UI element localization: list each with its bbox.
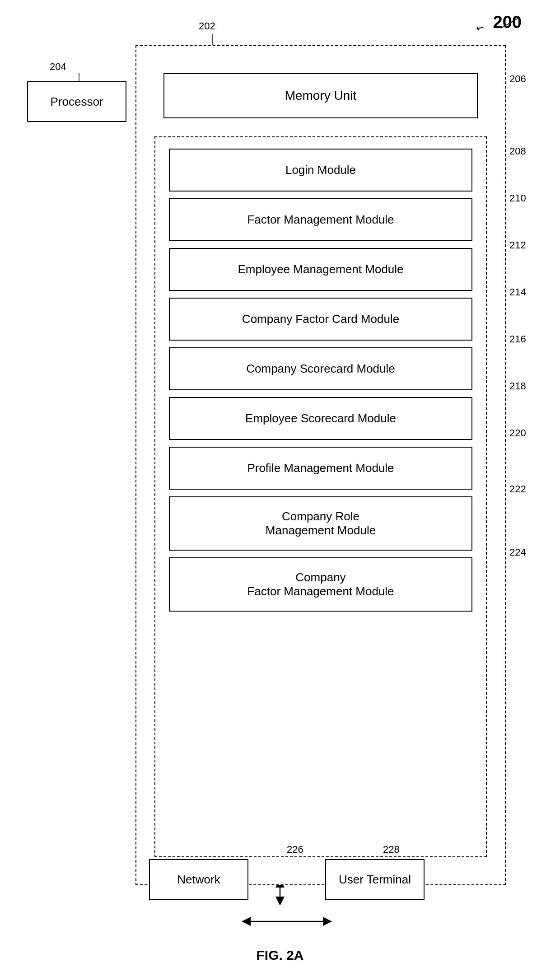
ref-224: 224 [509,547,526,558]
employee-scorecard-module-label: Employee Scorecard Module [245,411,396,425]
login-module-label: Login Module [285,163,356,177]
figure-number: 200 [493,13,522,32]
memory-unit-label: Memory Unit [285,89,357,103]
svg-marker-15 [275,897,285,906]
profile-mgmt-module-box: Profile Management Module [169,447,472,490]
processor-label: Processor [50,95,103,109]
ref-216: 216 [509,333,526,345]
factor-mgmt-module-label: Factor Management Module [247,213,394,227]
ref-226: 226 [287,844,303,855]
ref-214: 214 [509,286,526,298]
company-factor-mgmt-module-box: Company Factor Management Module [169,557,472,612]
main-dashed-box: Memory Unit Login Module Factor Manageme… [135,45,506,885]
processor-box: Processor [27,81,126,122]
factor-mgmt-module-box: Factor Management Module [169,198,472,241]
fig-caption: FIG. 2A [256,948,303,963]
network-label: Network [177,873,220,887]
svg-marker-19 [242,917,251,926]
network-box: Network [149,859,248,900]
company-factor-card-module-box: Company Factor Card Module [169,298,472,341]
ref-210: 210 [509,192,526,204]
company-scorecard-module-label: Company Scorecard Module [246,362,395,376]
company-scorecard-module-box: Company Scorecard Module [169,347,472,390]
ref-222: 222 [509,483,526,495]
ref-202: 202 [199,20,215,32]
diagram-container: 200 ↙ 202 204 Processor Memory Unit Logi… [0,0,560,972]
ref-220: 220 [509,427,526,439]
company-role-mgmt-module-box: Company Role Management Module [169,496,472,551]
login-module-box: Login Module [169,149,472,192]
user-terminal-box: User Terminal [325,859,425,900]
figure-arrow: ↙ [474,20,487,35]
ref-212: 212 [509,239,526,251]
company-factor-card-module-label: Company Factor Card Module [242,312,399,326]
ref-228: 228 [383,844,400,855]
employee-scorecard-module-box: Employee Scorecard Module [169,397,472,440]
ref-206: 206 [509,73,526,85]
memory-unit-box: Memory Unit [163,73,478,118]
user-terminal-label: User Terminal [339,873,411,887]
company-factor-mgmt-module-label: Company Factor Management Module [247,570,394,598]
employee-mgmt-module-label: Employee Management Module [238,262,403,276]
company-role-mgmt-module-label: Company Role Management Module [266,509,376,537]
inner-dashed-box: Login Module Factor Management Module Em… [154,136,487,857]
employee-mgmt-module-box: Employee Management Module [169,248,472,291]
profile-mgmt-module-label: Profile Management Module [247,461,394,475]
ref-208: 208 [509,145,526,157]
svg-marker-18 [323,917,332,926]
ref-218: 218 [509,380,526,392]
ref-204: 204 [50,61,66,73]
